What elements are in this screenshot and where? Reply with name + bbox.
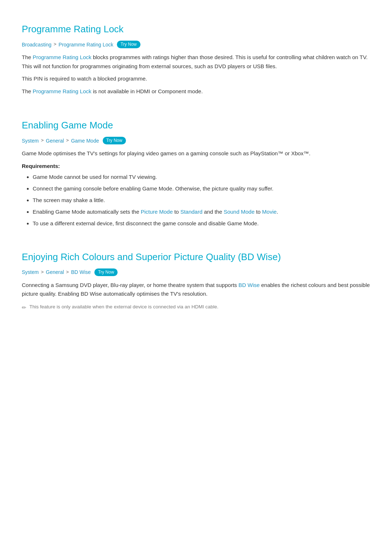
list-item-4-pre: Enabling Game Mode automatically sets th… — [33, 209, 141, 215]
section2-body1: Game Mode optimises the TV's settings fo… — [22, 149, 370, 158]
breadcrumb-general[interactable]: General — [46, 137, 64, 145]
link-picture-mode[interactable]: Picture Mode — [141, 209, 173, 215]
breadcrumb-sep5: > — [66, 268, 69, 276]
section1-body3: The Programme Rating Lock is not availab… — [22, 87, 370, 96]
section1-body1: The Programme Rating Lock blocks program… — [22, 53, 370, 71]
section3-note-text: This feature is only available when the … — [29, 303, 219, 311]
section1-link-prl2[interactable]: Programme Rating Lock — [33, 88, 91, 94]
list-item-4: Enabling Game Mode automatically sets th… — [33, 208, 370, 216]
list-item-5: To use a different external device, firs… — [33, 219, 370, 228]
breadcrumb-system-2[interactable]: System — [22, 268, 39, 276]
list-item-4-mid2: and the — [203, 209, 224, 215]
section1-link-programme-rating[interactable]: Programme Rating Lock — [33, 54, 91, 60]
section1-body1-pre: The — [22, 54, 33, 60]
list-item-4-mid: to — [173, 209, 180, 215]
link-movie[interactable]: Movie — [262, 209, 277, 215]
link-sound-mode[interactable]: Sound Mode — [224, 209, 254, 215]
list-item-3: The screen may shake a little. — [33, 196, 370, 205]
section3-breadcrumb: System > General > BD Wise Try Now — [22, 268, 370, 276]
breadcrumb-broadcasting[interactable]: Broadcasting — [22, 41, 52, 49]
section1-breadcrumb: Broadcasting > Programme Rating Lock Try… — [22, 41, 370, 49]
section-bd-wise: Enjoying Rich Colours and Superior Pictu… — [22, 242, 370, 312]
section3-note-row: ✏ This feature is only available when th… — [22, 303, 370, 312]
list-item-1: Game Mode cannot be used for normal TV v… — [33, 173, 370, 181]
section2-title: Enabling Game Mode — [22, 111, 370, 133]
list-item-4-mid3: to — [254, 209, 262, 215]
section3-title: Enjoying Rich Colours and Superior Pictu… — [22, 242, 370, 265]
breadcrumb-general-2[interactable]: General — [46, 268, 64, 276]
breadcrumb-programme-rating-lock[interactable]: Programme Rating Lock — [58, 41, 113, 49]
pencil-icon: ✏ — [22, 303, 26, 312]
try-now-badge-3[interactable]: Try Now — [94, 268, 118, 276]
requirements-list: Game Mode cannot be used for normal TV v… — [22, 173, 370, 228]
list-item-2: Connect the gaming console before enabli… — [33, 184, 370, 193]
requirements-label: Requirements: — [22, 162, 370, 171]
link-standard[interactable]: Standard — [180, 209, 203, 215]
section2-breadcrumb: System > General > Game Mode Try Now — [22, 137, 370, 145]
section1-body3-end: is not available in HDMI or Component mo… — [91, 88, 203, 94]
breadcrumb-game-mode[interactable]: Game Mode — [71, 137, 99, 145]
breadcrumb-system[interactable]: System — [22, 137, 39, 145]
breadcrumb-bd-wise[interactable]: BD Wise — [71, 268, 91, 276]
breadcrumb-sep3: > — [66, 137, 69, 144]
section3-body1: Connecting a Samsung DVD player, Blu-ray… — [22, 281, 370, 299]
section-enabling-game-mode: Enabling Game Mode System > General > Ga… — [22, 111, 370, 228]
try-now-badge-2[interactable]: Try Now — [103, 137, 126, 144]
section1-body3-start: The — [22, 88, 33, 94]
breadcrumb-sep2: > — [41, 137, 44, 144]
try-now-badge-1[interactable]: Try Now — [117, 41, 140, 48]
breadcrumb-sep4: > — [41, 268, 44, 276]
section-programme-rating-lock: Programme Rating Lock Broadcasting > Pro… — [22, 15, 370, 96]
link-bd-wise[interactable]: BD Wise — [238, 282, 260, 288]
list-item-4-post: . — [277, 209, 278, 215]
section1-title: Programme Rating Lock — [22, 15, 370, 37]
section3-body1-start: Connecting a Samsung DVD player, Blu-ray… — [22, 282, 238, 288]
breadcrumb-sep1: > — [54, 41, 57, 48]
section1-body2: This PIN is required to watch a blocked … — [22, 74, 370, 83]
